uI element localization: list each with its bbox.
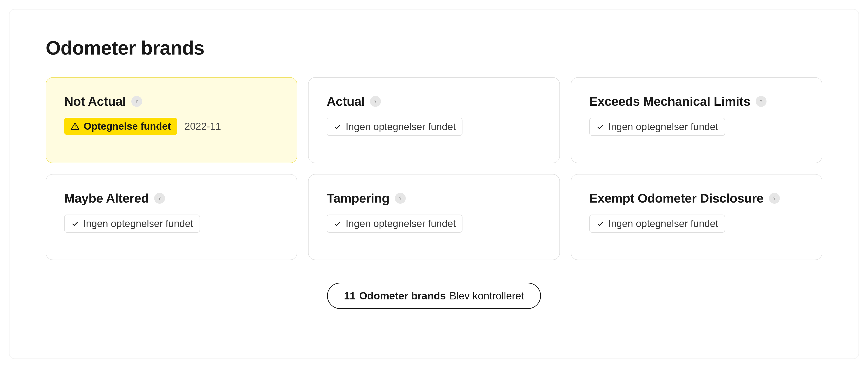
svg-point-2 — [74, 128, 75, 129]
help-icon[interactable] — [131, 96, 142, 107]
summary-tail: Blev kontrolleret — [450, 290, 524, 302]
help-icon[interactable] — [370, 96, 381, 107]
check-icon — [333, 220, 342, 228]
no-records-badge: Ingen optegnelser fundet — [64, 215, 200, 233]
svg-point-0 — [136, 102, 137, 103]
card-tampering: Tampering Ingen optegnelser fundet — [308, 174, 560, 260]
no-records-badge: Ingen optegnelser fundet — [327, 118, 463, 136]
help-icon[interactable] — [395, 193, 406, 204]
warning-icon — [70, 122, 80, 131]
no-records-badge: Ingen optegnelser fundet — [589, 215, 725, 233]
check-icon — [596, 123, 604, 131]
help-icon[interactable] — [756, 96, 767, 107]
no-records-badge: Ingen optegnelser fundet — [327, 215, 463, 233]
svg-point-3 — [375, 102, 376, 103]
badge-text: Ingen optegnelser fundet — [83, 219, 193, 229]
badge-text: Ingen optegnelser fundet — [608, 219, 718, 229]
card-title: Tampering — [327, 191, 390, 205]
badge-text: Ingen optegnelser fundet — [608, 122, 718, 132]
card-actual: Actual Ingen optegnelser fundet — [308, 77, 560, 163]
svg-point-4 — [761, 102, 761, 103]
svg-point-5 — [159, 199, 160, 200]
check-icon — [71, 220, 79, 228]
svg-point-6 — [400, 199, 401, 200]
record-date: 2022-11 — [184, 121, 221, 132]
badge-text: Optegnelse fundet — [84, 121, 171, 131]
card-title: Exempt Odometer Disclosure — [589, 191, 764, 205]
summary-pill[interactable]: 11 Odometer brands Blev kontrolleret — [327, 283, 541, 309]
help-icon[interactable] — [769, 193, 780, 204]
cards-grid: Not Actual Optegnelse fundet 2022-11 — [46, 77, 822, 260]
card-title: Actual — [327, 94, 365, 109]
card-exceeds-mechanical-limits: Exceeds Mechanical Limits Ingen optegnel… — [571, 77, 822, 163]
help-icon[interactable] — [154, 193, 165, 204]
badge-text: Ingen optegnelser fundet — [346, 219, 456, 229]
badge-text: Ingen optegnelser fundet — [346, 122, 456, 132]
section-title: Odometer brands — [46, 37, 822, 59]
odometer-brands-panel: Odometer brands Not Actual Optegnelse fu… — [9, 9, 859, 359]
check-icon — [596, 220, 604, 228]
card-exempt-odometer-disclosure: Exempt Odometer Disclosure Ingen optegne… — [571, 174, 822, 260]
summary-count: 11 — [344, 290, 355, 302]
card-title: Not Actual — [64, 94, 126, 109]
record-found-badge: Optegnelse fundet — [64, 118, 177, 135]
card-maybe-altered: Maybe Altered Ingen optegnelser fundet — [46, 174, 297, 260]
check-icon — [333, 123, 342, 131]
card-not-actual: Not Actual Optegnelse fundet 2022-11 — [46, 77, 297, 163]
svg-point-7 — [774, 199, 775, 200]
summary-label: Odometer brands — [359, 290, 446, 302]
no-records-badge: Ingen optegnelser fundet — [589, 118, 725, 136]
card-title: Maybe Altered — [64, 191, 149, 205]
card-title: Exceeds Mechanical Limits — [589, 94, 750, 109]
